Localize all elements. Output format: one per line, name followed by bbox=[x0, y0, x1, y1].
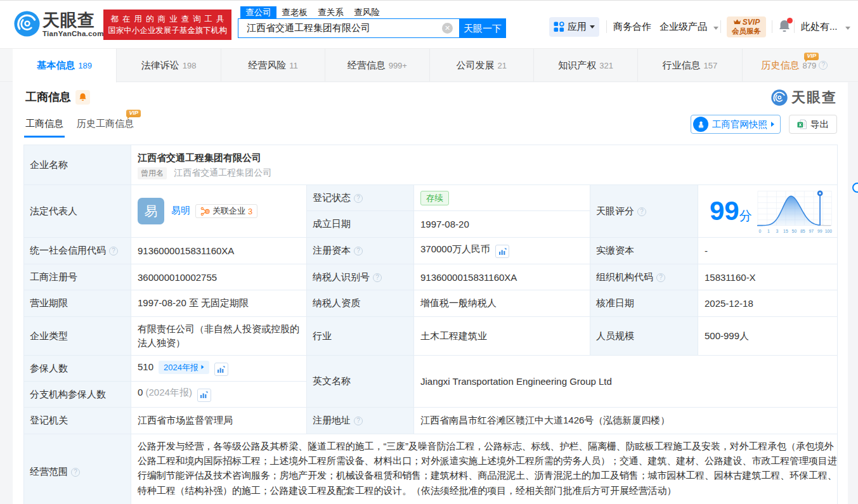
trend-chart-icon[interactable] bbox=[495, 245, 509, 258]
legal-rep-avatar[interactable]: 易 bbox=[138, 198, 164, 224]
legal-rep-cell: 易易明企关联企业3 bbox=[131, 185, 307, 238]
field-label: 工商注册号 bbox=[30, 271, 77, 282]
tab-operating-risk[interactable]: 经营风险 11 bbox=[221, 49, 325, 82]
header-separator bbox=[794, 20, 795, 33]
field-label: 经营范围 bbox=[30, 466, 68, 477]
tab-basic-info[interactable]: 基本信息 189 bbox=[13, 49, 117, 82]
watermark-text: 天眼查 bbox=[791, 88, 837, 107]
trend-chart-icon[interactable] bbox=[214, 363, 228, 376]
related-companies-chip[interactable]: 企关联企业3 bbox=[195, 204, 257, 218]
help-icon[interactable]: ? bbox=[354, 417, 363, 425]
search-tab-relation[interactable]: 查关系 bbox=[313, 6, 349, 18]
reg-status-label: 登记状态? bbox=[307, 185, 414, 211]
search-tab-boss[interactable]: 查老板 bbox=[276, 6, 313, 18]
table-row: 经营范围? 公路开发与经营，各等级公路及其桥梁、隧道工程的施工，“三废”及噪音防… bbox=[24, 434, 838, 504]
english-name-cell: Jiangxi Transportation Engineering Group… bbox=[414, 356, 838, 408]
tab-history-info[interactable]: VIP 历史信息 879 ? bbox=[743, 49, 847, 82]
vip-badge: VIP bbox=[126, 110, 141, 117]
subtab-business-info[interactable]: 工商信息 bbox=[25, 118, 63, 138]
tab-business-info[interactable]: 经营信息 999+ bbox=[325, 49, 429, 82]
subtab-row: 工商信息 历史工商信息 VIP bbox=[25, 118, 134, 138]
help-icon[interactable]: ? bbox=[373, 273, 382, 282]
tab-label: 知识产权 bbox=[558, 60, 596, 72]
reg-status-cell: 存续 bbox=[414, 185, 590, 211]
notification-bell-icon[interactable] bbox=[778, 19, 792, 33]
svg-text:0: 0 bbox=[758, 228, 761, 233]
logo-title: 天眼查 bbox=[42, 11, 104, 30]
staff-label: 人员规模 bbox=[590, 317, 698, 356]
help-icon[interactable]: ? bbox=[109, 247, 118, 255]
field-label: 纳税人资质 bbox=[313, 297, 360, 308]
search-tab-risk[interactable]: 查风险 bbox=[349, 6, 385, 18]
tab-label: 基本信息 bbox=[37, 60, 75, 72]
score-cell[interactable]: 99分 bbox=[698, 185, 838, 238]
term-label: 营业期限 bbox=[24, 290, 131, 317]
industry-cell: 土木工程建筑业 bbox=[414, 317, 590, 356]
company-nav-tabbar: 基本信息 189 法律诉讼 198 经营风险 11 经营信息 999+ 公司发展… bbox=[0, 49, 858, 82]
help-icon[interactable]: ? bbox=[819, 61, 828, 70]
header-separator bbox=[720, 20, 721, 33]
floating-widget-fragment[interactable] bbox=[852, 183, 858, 193]
help-icon[interactable]: ? bbox=[637, 207, 646, 216]
svip-service-label: 会员服务 bbox=[727, 27, 766, 36]
paid-capital-cell: - bbox=[698, 238, 838, 264]
related-companies-count: 3 bbox=[248, 207, 252, 216]
subscribe-bell-icon[interactable] bbox=[75, 90, 90, 105]
official-snapshot-button[interactable]: 工商官网快照 bbox=[691, 115, 781, 134]
field-label: 企业类型 bbox=[30, 330, 68, 341]
help-icon[interactable]: ? bbox=[656, 273, 665, 282]
table-row: 参保人数 5102024年报 英文名称 Jiangxi Transportati… bbox=[24, 356, 838, 382]
help-icon[interactable]: ? bbox=[71, 468, 80, 477]
tab-industry-info[interactable]: 行业信息 157 bbox=[638, 49, 742, 82]
svip-member-badge[interactable]: SVIP 会员服务 bbox=[727, 16, 766, 37]
svg-text:100: 100 bbox=[824, 228, 832, 233]
legal-rep-label: 法定代表人 bbox=[24, 185, 131, 238]
field-label: 参保人数 bbox=[30, 363, 68, 373]
industry-label: 行业 bbox=[307, 317, 414, 356]
org-code-cell: 15831160-X bbox=[698, 264, 838, 290]
term-cell: 1997-08-20 至 无固定期限 bbox=[131, 290, 307, 317]
search-button[interactable]: 天眼一下 bbox=[459, 18, 506, 38]
annual-report-chip[interactable]: 2024年报 bbox=[159, 361, 209, 374]
site-header: 天眼查 TianYanCha.com 都在用的商业查询工具 国家中小企业发展子基… bbox=[0, 1, 858, 49]
search-tab-company[interactable]: 查公司 bbox=[240, 6, 276, 18]
export-label: 导出 bbox=[810, 119, 829, 131]
field-label: 英文名称 bbox=[313, 375, 351, 386]
help-icon[interactable]: ? bbox=[354, 194, 363, 203]
tab-label: 行业信息 bbox=[663, 60, 701, 72]
table-row: 营业期限 1997-08-20 至 无固定期限 纳税人资质 增值税一般纳税人 核… bbox=[24, 290, 838, 317]
field-label: 天眼评分 bbox=[596, 205, 634, 216]
branch-insured-note: (2024年报) bbox=[146, 387, 192, 397]
export-button[interactable]: 导出 bbox=[789, 115, 837, 134]
help-icon[interactable]: ? bbox=[354, 247, 363, 255]
field-label: 注册资本 bbox=[313, 245, 351, 255]
tab-legal-proceedings[interactable]: 法律诉讼 198 bbox=[117, 49, 221, 82]
subtab-history-business-info[interactable]: 历史工商信息 VIP bbox=[77, 118, 134, 138]
apps-menu[interactable]: 应用 bbox=[549, 17, 599, 37]
business-cooperation-link[interactable]: 商务合作 bbox=[613, 21, 651, 33]
search-input[interactable] bbox=[238, 23, 442, 34]
clear-search-icon[interactable]: ✕ bbox=[442, 23, 453, 34]
field-label: 登记机关 bbox=[30, 415, 68, 425]
tianyancha-logo-icon[interactable] bbox=[14, 11, 40, 37]
paid-capital-label: 实缴资本 bbox=[590, 238, 698, 264]
tab-count: 11 bbox=[289, 61, 298, 70]
tab-count: 198 bbox=[183, 61, 197, 70]
header-separator bbox=[772, 20, 772, 33]
tab-company-development[interactable]: 公司发展 21 bbox=[430, 49, 534, 82]
trend-chart-icon[interactable] bbox=[197, 389, 211, 402]
legal-rep-link[interactable]: 易明 bbox=[171, 205, 190, 216]
enterprise-products-link[interactable]: 企业级产品 bbox=[660, 21, 718, 33]
watermark-logo-icon bbox=[771, 89, 788, 106]
table-row: 企业名称 江西省交通工程集团有限公司 曾用名 江西省交通工程集团公司 bbox=[24, 145, 838, 185]
user-menu[interactable]: 此处有... bbox=[801, 21, 850, 33]
uscc-label: 统一社会信用代码? bbox=[24, 238, 131, 264]
logo-text[interactable]: 天眼查 TianYanCha.com bbox=[42, 11, 104, 38]
reg-capital-cell: 370000万人民币 bbox=[414, 238, 590, 264]
svg-text:85: 85 bbox=[800, 228, 805, 233]
apps-label: 应用 bbox=[568, 21, 587, 33]
field-label: 核准日期 bbox=[596, 297, 634, 308]
tab-intellectual-property[interactable]: 知识产权 321 bbox=[534, 49, 638, 82]
field-label: 注册地址 bbox=[313, 415, 351, 425]
score-value: 99 bbox=[710, 196, 739, 226]
